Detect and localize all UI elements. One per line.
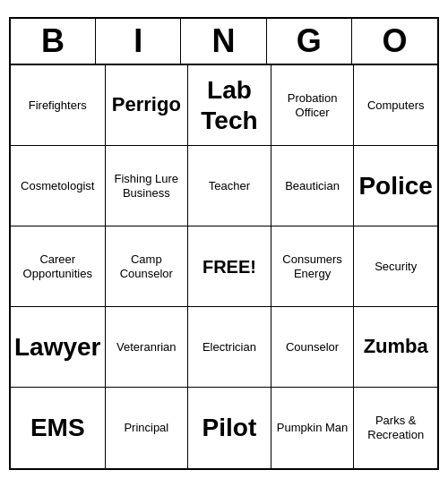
- cell-text-10: Career Opportunities: [14, 252, 101, 280]
- cell-text-21: Principal: [124, 421, 168, 435]
- cell-text-16: Veteranrian: [116, 340, 177, 355]
- bingo-cell-0: Firefighters: [11, 65, 106, 146]
- bingo-cell-23: Pumpkin Man: [271, 388, 355, 468]
- bingo-cell-14: Security: [354, 226, 437, 307]
- cell-text-11: Camp Counselor: [109, 252, 185, 280]
- bingo-cell-18: Counselor: [271, 307, 355, 388]
- bingo-cell-20: EMS: [11, 388, 106, 468]
- cell-text-9: Police: [358, 171, 432, 201]
- bingo-cell-21: Principal: [106, 388, 189, 468]
- header-letter-b: B: [11, 19, 96, 64]
- cell-text-1: Perrigo: [112, 93, 181, 116]
- header-letter-o: O: [352, 19, 437, 64]
- bingo-cell-2: Lab Tech: [188, 65, 271, 146]
- bingo-cell-7: Teacher: [188, 146, 271, 226]
- bingo-cell-6: Fishing Lure Business: [106, 146, 189, 226]
- bingo-cell-22: Pilot: [188, 388, 271, 468]
- cell-text-7: Teacher: [209, 179, 250, 193]
- cell-text-24: Parks & Recreation: [358, 414, 434, 441]
- cell-text-22: Pilot: [202, 413, 257, 443]
- bingo-cell-19: Zumba: [354, 307, 437, 388]
- bingo-cell-9: Police: [354, 146, 437, 226]
- bingo-cell-1: Perrigo: [106, 65, 189, 146]
- bingo-cell-8: Beautician: [271, 146, 355, 226]
- bingo-cell-16: Veteranrian: [106, 307, 189, 388]
- bingo-cell-17: Electrician: [188, 307, 271, 388]
- bingo-cell-3: Probation Officer: [271, 65, 355, 146]
- cell-text-12: FREE!: [202, 256, 256, 278]
- cell-text-2: Lab Tech: [192, 75, 267, 135]
- cell-text-5: Cosmetologist: [21, 179, 94, 193]
- cell-text-4: Computers: [367, 98, 425, 113]
- bingo-cell-11: Camp Counselor: [106, 226, 189, 307]
- cell-text-3: Probation Officer: [275, 91, 350, 119]
- bingo-card: BINGO FirefightersPerrigoLab TechProbati…: [9, 17, 439, 470]
- cell-text-8: Beautician: [285, 179, 340, 193]
- cell-text-19: Zumba: [364, 335, 428, 358]
- bingo-cell-4: Computers: [354, 65, 437, 146]
- cell-text-20: EMS: [30, 413, 85, 443]
- bingo-grid: FirefightersPerrigoLab TechProbation Off…: [11, 65, 437, 468]
- bingo-cell-13: Consumers Energy: [271, 226, 355, 307]
- cell-text-15: Lawyer: [14, 332, 101, 363]
- cell-text-14: Security: [375, 260, 417, 274]
- cell-text-0: Firefighters: [29, 98, 87, 113]
- header-letter-n: N: [181, 19, 266, 64]
- bingo-cell-10: Career Opportunities: [11, 226, 106, 307]
- bingo-header: BINGO: [11, 19, 437, 65]
- bingo-cell-15: Lawyer: [11, 307, 106, 388]
- header-letter-i: I: [96, 19, 181, 64]
- cell-text-23: Pumpkin Man: [277, 421, 348, 435]
- cell-text-17: Electrician: [202, 340, 256, 355]
- cell-text-13: Consumers Energy: [275, 252, 350, 280]
- cell-text-18: Counselor: [286, 340, 339, 355]
- bingo-cell-12: FREE!: [188, 226, 271, 307]
- bingo-cell-5: Cosmetologist: [11, 146, 106, 226]
- cell-text-6: Fishing Lure Business: [109, 172, 185, 200]
- bingo-cell-24: Parks & Recreation: [354, 388, 437, 468]
- header-letter-g: G: [267, 19, 352, 64]
